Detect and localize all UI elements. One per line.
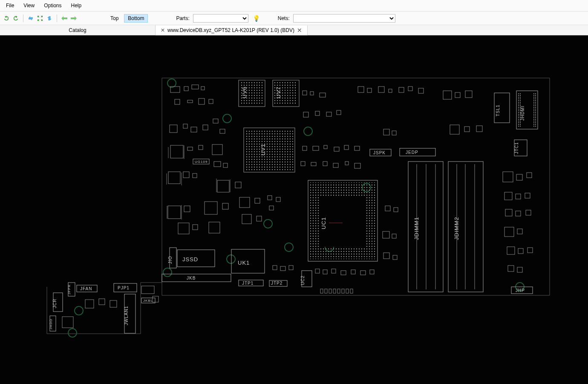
zoom-out-icon[interactable] [27, 14, 35, 22]
board-canvas[interactable]: UV6 UV7 UV1 UC1 JDIMM1 JDIMM2 JSPK JEDP … [0, 35, 588, 384]
svg-rect-60 [533, 92, 536, 127]
svg-text:JKB: JKB [187, 276, 196, 280]
svg-rect-121 [303, 91, 307, 95]
svg-rect-192 [367, 88, 372, 92]
svg-rect-180 [507, 247, 515, 254]
svg-rect-153 [360, 271, 366, 275]
menu-view[interactable]: View [19, 1, 39, 10]
bottom-layer-toggle[interactable]: Bottom [124, 14, 148, 23]
svg-text:UV1: UV1 [260, 144, 266, 156]
svg-rect-116 [268, 196, 272, 200]
svg-point-12 [75, 306, 83, 315]
zoom-fit-icon[interactable] [36, 14, 44, 22]
rotate-ccw-icon[interactable] [3, 14, 10, 22]
tab-boardview[interactable]: ✕ www.DeviceDB.xyz_GPT52 LA-K201P (REV 1… [156, 26, 308, 35]
svg-rect-113 [209, 222, 220, 233]
svg-rect-162 [350, 289, 353, 293]
svg-rect-134 [301, 162, 305, 166]
tab-catalog[interactable]: Catalog [0, 25, 156, 35]
svg-rect-191 [358, 87, 364, 92]
svg-rect-165 [465, 91, 472, 98]
svg-rect-189 [141, 286, 154, 294]
svg-rect-135 [311, 162, 316, 166]
shuffle-icon: ✕ [161, 27, 165, 33]
svg-rect-184 [517, 267, 522, 272]
svg-rect-171 [527, 173, 532, 178]
svg-rect-101 [184, 206, 190, 212]
svg-rect-131 [334, 147, 339, 151]
svg-rect-88 [199, 98, 205, 104]
svg-text:JHP: JHP [516, 288, 525, 293]
svg-text:JFAN: JFAN [80, 286, 92, 291]
svg-rect-175 [505, 209, 512, 216]
parts-label: Parts: [176, 15, 189, 21]
svg-rect-198 [273, 266, 277, 270]
svg-rect-146 [383, 253, 389, 259]
svg-rect-91 [183, 124, 187, 128]
rotate-cw-icon[interactable] [12, 14, 20, 22]
svg-rect-129 [313, 146, 319, 150]
nets-select[interactable] [293, 14, 395, 23]
svg-text:JTP2: JTP2 [271, 281, 282, 286]
svg-rect-158 [333, 289, 336, 293]
svg-rect-21 [245, 130, 293, 170]
svg-text:UC1: UC1 [320, 217, 327, 229]
arrow-left-icon[interactable] [61, 14, 68, 22]
svg-rect-119 [257, 216, 262, 221]
svg-rect-168 [476, 126, 482, 132]
svg-point-6 [227, 255, 235, 263]
svg-rect-118 [242, 214, 251, 224]
svg-point-7 [163, 268, 172, 277]
tabs-row: Catalog ✕ www.DeviceDB.xyz_GPT52 LA-K201… [0, 25, 588, 35]
svg-rect-109 [217, 180, 229, 192]
svg-rect-154 [370, 270, 374, 274]
toolbar-separator [57, 14, 57, 22]
parts-select[interactable] [193, 14, 248, 23]
menu-file[interactable]: File [2, 1, 18, 10]
bulb-icon[interactable]: 💡 [253, 15, 260, 22]
svg-rect-157 [329, 289, 331, 293]
svg-rect-95 [187, 147, 193, 150]
menu-options[interactable]: Options [40, 1, 66, 10]
svg-rect-187 [99, 299, 105, 305]
svg-text:JSPK: JSPK [373, 150, 386, 155]
top-layer-toggle[interactable]: Top [107, 14, 122, 23]
svg-rect-150 [331, 269, 336, 273]
arrow-right-icon[interactable] [70, 14, 78, 22]
svg-rect-197 [418, 88, 424, 93]
svg-rect-173 [516, 194, 521, 199]
svg-rect-138 [345, 162, 349, 165]
svg-text:UV6: UV6 [241, 87, 248, 98]
svg-rect-114 [239, 197, 250, 208]
svg-rect-156 [325, 289, 327, 293]
svg-rect-139 [355, 163, 360, 168]
nets-label: Nets: [278, 15, 290, 21]
svg-rect-48 [162, 274, 231, 282]
svg-rect-96 [199, 145, 203, 150]
svg-text:JTC1: JTC1 [514, 142, 519, 154]
svg-rect-92 [191, 127, 197, 132]
svg-rect-164 [455, 92, 460, 98]
svg-rect-190 [153, 296, 159, 302]
svg-rect-110 [235, 182, 241, 188]
svg-rect-155 [320, 289, 323, 293]
svg-rect-183 [508, 266, 514, 271]
svg-text:JCR: JCR [52, 299, 57, 308]
svg-rect-186 [85, 300, 94, 308]
svg-point-5 [264, 219, 272, 228]
svg-rect-182 [527, 248, 533, 253]
svg-rect-125 [315, 111, 320, 115]
svg-text:JIO: JIO [168, 256, 173, 264]
zoom-in-icon[interactable] [46, 14, 53, 22]
svg-rect-124 [303, 112, 308, 117]
svg-rect-194 [389, 89, 392, 92]
svg-rect-127 [337, 110, 341, 115]
svg-text:JTP1: JTP1 [242, 281, 254, 286]
svg-rect-120 [269, 206, 274, 210]
svg-rect-181 [518, 248, 523, 254]
close-tab-icon[interactable]: ✕ [297, 27, 302, 34]
svg-rect-188 [110, 300, 117, 307]
menu-help[interactable]: Help [67, 1, 86, 10]
svg-rect-178 [504, 227, 514, 237]
svg-rect-104 [213, 119, 218, 123]
